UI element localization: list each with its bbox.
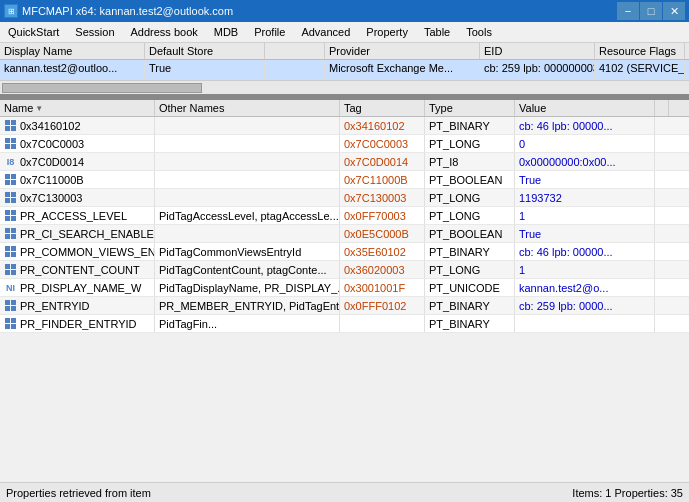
col-eid: EID <box>480 43 595 59</box>
table-row[interactable]: 0x7C11000B0x7C11000BPT_BOOLEANTrue <box>0 171 689 189</box>
menu-item-session[interactable]: Session <box>67 24 122 40</box>
table-row[interactable]: PR_CONTENT_COUNTPidTagContentCount, ptag… <box>0 261 689 279</box>
cell-name: PR_ENTRYID <box>0 297 155 314</box>
cell-tag: 0x3001001F <box>340 279 425 296</box>
cell-name: 0x34160102 <box>0 117 155 134</box>
table-row[interactable]: 0x341601020x34160102PT_BINARYcb: 46 lpb:… <box>0 117 689 135</box>
lower-col-other: Other Names <box>155 100 340 116</box>
row-icon-grid <box>4 137 17 150</box>
menu-item-address-book[interactable]: Address book <box>123 24 206 40</box>
cell-value: True <box>515 171 655 188</box>
cell-name: PR_CI_SEARCH_ENABLED <box>0 225 155 242</box>
col-display-name: Display Name <box>0 43 145 59</box>
table-row[interactable]: 0x7C1300030x7C130003PT_LONG1193732 <box>0 189 689 207</box>
maximize-button[interactable]: □ <box>640 2 662 20</box>
cell-type: PT_BINARY <box>425 297 515 314</box>
cell-tag: 0x7C130003 <box>340 189 425 206</box>
cell-other-names <box>155 171 340 188</box>
name-label: Name <box>4 102 33 114</box>
cell-tag <box>340 315 425 332</box>
cell-name: 0x7C0C0003 <box>0 135 155 152</box>
status-bar: Properties retrieved from item Items: 1 … <box>0 482 689 502</box>
cell-value: 0 <box>515 135 655 152</box>
cell-value: cb: 259 lpb: 0000... <box>515 297 655 314</box>
cell-type: PT_BINARY <box>425 117 515 134</box>
close-button[interactable]: ✕ <box>663 2 685 20</box>
menu-item-table[interactable]: Table <box>416 24 458 40</box>
row-icon-grid <box>4 245 17 258</box>
cell-value: 1 <box>515 207 655 224</box>
lower-col-name: Name ▼ <box>0 100 155 116</box>
cell-value: True <box>515 225 655 242</box>
cell-value: 0x00000000:0x00... <box>515 153 655 170</box>
menu-item-profile[interactable]: Profile <box>246 24 293 40</box>
cell-other-names: PR_MEMBER_ENTRYID, PidTagEnt... <box>155 297 340 314</box>
row-icon-grid <box>4 263 17 276</box>
sort-arrow: ▼ <box>35 104 43 113</box>
minimize-button[interactable]: − <box>617 2 639 20</box>
lower-section: Name ▼ Other Names Tag Type Value 0x3416… <box>0 100 689 482</box>
cell-name: PR_ACCESS_LEVEL <box>0 207 155 224</box>
cell-other-names: PidTagDisplayName, PR_DISPLAY_... <box>155 279 340 296</box>
table-row[interactable]: PR_FINDER_ENTRYIDPidTagFin...PT_BINARY <box>0 315 689 333</box>
menu-item-advanced[interactable]: Advanced <box>293 24 358 40</box>
cell-tag: 0x7C0D0014 <box>340 153 425 170</box>
value-label: Value <box>519 102 546 114</box>
scroll-thumb[interactable] <box>2 83 202 93</box>
cell-other-names <box>155 153 340 170</box>
lower-col-scrollbar <box>655 100 669 116</box>
cell-other-names: PidTagContentCount, ptagConte... <box>155 261 340 278</box>
cell-tag: 0x7C11000B <box>340 171 425 188</box>
row-icon-I8: I8 <box>4 155 17 168</box>
cell-other-names <box>155 189 340 206</box>
title-controls: − □ ✕ <box>617 2 685 20</box>
cell-type: PT_LONG <box>425 207 515 224</box>
cell-value <box>515 315 655 332</box>
table-row[interactable]: I80x7C0D00140x7C0D0014PT_I80x00000000:0x… <box>0 153 689 171</box>
cell-name: 0x7C130003 <box>0 189 155 206</box>
menu-item-tools[interactable]: Tools <box>458 24 500 40</box>
menu-item-property[interactable]: Property <box>358 24 416 40</box>
upper-scroll[interactable] <box>0 80 689 94</box>
upper-data-row[interactable]: kannan.test2@outloo... True Microsoft Ex… <box>0 60 689 80</box>
type-label: Type <box>429 102 453 114</box>
cell-type: PT_LONG <box>425 135 515 152</box>
table-row[interactable]: PR_ENTRYIDPR_MEMBER_ENTRYID, PidTagEnt..… <box>0 297 689 315</box>
cell-default-store: True <box>145 60 265 80</box>
cell-type: PT_LONG <box>425 261 515 278</box>
table-row[interactable]: 0x7C0C00030x7C0C0003PT_LONG0 <box>0 135 689 153</box>
row-icon-grid <box>4 227 17 240</box>
lower-col-type: Type <box>425 100 515 116</box>
cell-tag: 0x7C0C0003 <box>340 135 425 152</box>
cell-tag: 0x36020003 <box>340 261 425 278</box>
status-left: Properties retrieved from item <box>6 487 151 499</box>
cell-type: PT_LONG <box>425 189 515 206</box>
lower-col-tag: Tag <box>340 100 425 116</box>
cell-other-names <box>155 117 340 134</box>
upper-header: Display Name Default Store Provider EID … <box>0 43 689 60</box>
title-text: MFCMAPI x64: kannan.test2@outlook.com <box>22 5 233 17</box>
cell-name: PR_CONTENT_COUNT <box>0 261 155 278</box>
cell-p1 <box>265 60 325 80</box>
app-icon: ⊞ <box>4 4 18 18</box>
row-icon-grid <box>4 209 17 222</box>
col-provider: Provider <box>325 43 480 59</box>
lower-body[interactable]: 0x341601020x34160102PT_BINARYcb: 46 lpb:… <box>0 117 689 482</box>
table-row[interactable]: PR_COMMON_VIEWS_ENTRYIDPidTagCommonViews… <box>0 243 689 261</box>
row-icon-NI: NI <box>4 281 17 294</box>
table-row[interactable]: PR_CI_SEARCH_ENABLED0x0E5C000BPT_BOOLEAN… <box>0 225 689 243</box>
cell-provider: Microsoft Exchange Me... <box>325 60 480 80</box>
cell-other-names <box>155 135 340 152</box>
cell-other-names: PidTagFin... <box>155 315 340 332</box>
title-bar-left: ⊞ MFCMAPI x64: kannan.test2@outlook.com <box>4 4 233 18</box>
other-names-label: Other Names <box>159 102 224 114</box>
cell-other-names: PidTagCommonViewsEntryId <box>155 243 340 260</box>
cell-type: PT_I8 <box>425 153 515 170</box>
table-row[interactable]: NIPR_DISPLAY_NAME_WPidTagDisplayName, PR… <box>0 279 689 297</box>
row-icon-grid <box>4 299 17 312</box>
cell-display-name: kannan.test2@outloo... <box>0 60 145 80</box>
cell-other-names: PidTagAccessLevel, ptagAccessLe... <box>155 207 340 224</box>
menu-item-mdb[interactable]: MDB <box>206 24 246 40</box>
table-row[interactable]: PR_ACCESS_LEVELPidTagAccessLevel, ptagAc… <box>0 207 689 225</box>
menu-item-quickstart[interactable]: QuickStart <box>0 24 67 40</box>
